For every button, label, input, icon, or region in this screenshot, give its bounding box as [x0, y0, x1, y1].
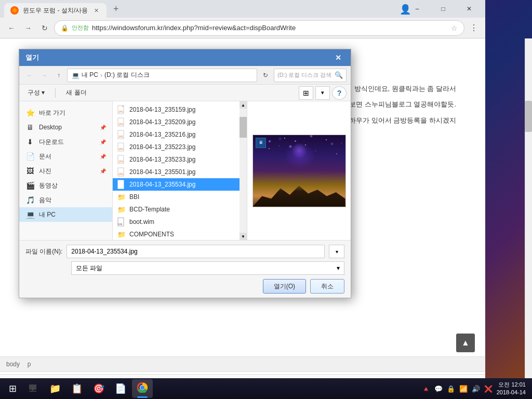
file-item[interactable]: JPG 2018-04-13_235501.jpg: [113, 166, 240, 178]
file-icon-jpg3: JPG: [117, 130, 126, 139]
toolbar-right: ⊞ ▾ ?: [299, 86, 347, 100]
reload-btn[interactable]: ↻: [37, 21, 52, 35]
minimize-btn[interactable]: –: [405, 0, 429, 18]
open-btn[interactable]: 열기(O): [263, 279, 306, 294]
sidebar-quick-access[interactable]: ⭐ 바로 가기: [19, 105, 112, 120]
mypc-icon: 💻: [25, 210, 35, 219]
sidebar-downloads-label: 다운로드: [39, 138, 64, 147]
view-details-btn[interactable]: ▾: [315, 86, 330, 100]
start-btn[interactable]: ⊞: [2, 379, 23, 398]
scroll-top-btn[interactable]: ▲: [456, 334, 475, 352]
file-name: 2018-04-13_235501.jpg: [129, 168, 195, 176]
help-btn[interactable]: ?: [332, 86, 347, 100]
security-icon[interactable]: 🔒: [446, 384, 456, 394]
file-item-bbi[interactable]: 📁 BBI: [113, 191, 240, 203]
forward-btn[interactable]: →: [21, 21, 35, 35]
organize-btn[interactable]: 구성 ▾: [23, 87, 49, 99]
open-label: 열기(O): [274, 282, 295, 291]
file-item[interactable]: JPG 2018-04-13_235209.jpg: [113, 116, 240, 128]
scrollbar-thumb[interactable]: [240, 117, 247, 138]
sidebar-music[interactable]: 🎵 음악: [19, 193, 112, 207]
editor-tag-body: body: [6, 361, 20, 368]
dialog-breadcrumb[interactable]: 💻 내 PC › (D:) 로컬 디스크: [67, 69, 257, 82]
file-item[interactable]: JPG 2018-04-13_235223.jpg: [113, 141, 240, 153]
file-item-components[interactable]: 📁 COMPONENTS: [113, 228, 240, 240]
update-icon[interactable]: ❌: [483, 384, 494, 394]
editor-toolbar: body p: [0, 356, 485, 372]
cancel-btn[interactable]: 취소: [310, 279, 344, 294]
filename-dropdown[interactable]: ▾: [329, 245, 344, 258]
antivirus-icon[interactable]: 🔺: [421, 384, 431, 394]
more-options-btn[interactable]: ⋮: [467, 21, 481, 35]
new-tab-btn[interactable]: +: [109, 2, 123, 16]
sidebar-documents[interactable]: 📄 문서 📌: [19, 149, 112, 164]
sidebar-downloads[interactable]: ⬇ 다운로드 📌: [19, 135, 112, 149]
preview-mountains: [253, 181, 345, 207]
tab-label: 윈도우 포럼 - 설치/사용: [23, 6, 88, 15]
filetype-row: 모든 파일 ▾: [25, 261, 344, 275]
file-item-bcdtemplate[interactable]: 📁 BCD-Template: [113, 203, 240, 216]
tab-close-btn[interactable]: ✕: [92, 6, 100, 15]
filetype-select[interactable]: 모든 파일 ▾: [71, 261, 344, 275]
filename-input[interactable]: [66, 245, 325, 258]
scrollbar-down-btn[interactable]: ▼: [240, 233, 247, 240]
dialog-body: ⭐ 바로 가기 🖥 Desktop 📌 ⬇ 다운로드 📌 📄 문서 📌 🖼 사진: [19, 101, 351, 240]
dialog-close-btn[interactable]: ✕: [332, 51, 344, 64]
volume-icon[interactable]: 🔊: [471, 384, 481, 394]
videos-icon: 🎬: [25, 181, 35, 190]
scrollbar-thumb[interactable]: [525, 101, 532, 132]
bookmark-icon[interactable]: ☆: [451, 24, 458, 32]
file-list-inner: JPG 2018-04-13_235159.jpg JPG 2018-04-13…: [113, 101, 240, 240]
scrollbar-up-btn[interactable]: ▲: [240, 101, 247, 109]
browser-scrollbar[interactable]: [525, 38, 532, 399]
dialog-forward-btn[interactable]: →: [38, 69, 50, 82]
file-item[interactable]: JPG 2018-04-13_235216.jpg: [113, 128, 240, 141]
browser-tab[interactable]: 🔶 윈도우 포럼 - 설치/사용 ✕: [4, 3, 107, 18]
taskbar-clock[interactable]: 오전 12:01 2018-04-14: [497, 381, 526, 397]
view-grid-btn[interactable]: ⊞: [299, 86, 313, 100]
address-bar[interactable]: 🔒 안전함 https://windowsforum.kr/index.php?…: [54, 20, 464, 36]
message-icon[interactable]: 💬: [433, 384, 444, 394]
close-btn[interactable]: ✕: [457, 0, 481, 18]
sidebar-videos[interactable]: 🎬 동영상: [19, 178, 112, 193]
filename-label: 파일 이름(N):: [25, 247, 62, 256]
taskbar-chrome[interactable]: [132, 379, 153, 398]
folder-name-bcd: BCD-Template: [129, 206, 170, 213]
dialog-refresh-btn[interactable]: ↻: [259, 69, 272, 82]
cancel-label: 취소: [321, 282, 334, 291]
file-item[interactable]: JPG 2018-04-13_235233.jpg: [113, 153, 240, 166]
svg-text:JPG: JPG: [118, 160, 124, 163]
preview-stars: [269, 140, 271, 142]
new-folder-btn[interactable]: 새 폴더: [62, 87, 90, 99]
file-item-selected[interactable]: JPG 2018-04-13_235534.jpg: [113, 178, 240, 191]
maximize-btn[interactable]: □: [431, 0, 455, 18]
dialog-title: 열기: [25, 53, 332, 62]
taskbar-app5[interactable]: 📄: [110, 379, 131, 398]
sidebar-desktop[interactable]: 🖥 Desktop 📌: [19, 120, 112, 135]
preview-image: 🖥: [252, 135, 346, 207]
file-item-bootwim[interactable]: WIM boot.wim: [113, 216, 240, 228]
file-scrollbar[interactable]: ▲ ▼: [240, 101, 247, 240]
organize-label: 구성 ▾: [28, 88, 45, 97]
taskbar-app4[interactable]: 🎯: [88, 379, 109, 398]
taskbar-notepad[interactable]: 📋: [66, 379, 87, 398]
taskbar-search[interactable]: [23, 379, 44, 398]
dialog-bottom: 파일 이름(N): ▾ 모든 파일 ▾ 열기(O) 취소: [19, 240, 351, 298]
file-name: 2018-04-13_235216.jpg: [129, 131, 195, 138]
dialog-search[interactable]: (D:) 로컬 디스크 검색 🔍: [274, 69, 347, 82]
breadcrumb-arrow-1: ›: [100, 72, 102, 79]
svg-text:JPG: JPG: [118, 185, 124, 188]
sidebar-photos[interactable]: 🖼 사진 📌: [19, 164, 112, 178]
file-item[interactable]: JPG 2018-04-13_235159.jpg: [113, 103, 240, 116]
taskbar-file-explorer[interactable]: 📁: [45, 379, 65, 398]
svg-text:JPG: JPG: [118, 148, 124, 151]
file-name: 2018-04-13_235209.jpg: [129, 118, 195, 126]
back-btn[interactable]: ←: [4, 21, 19, 35]
dialog-back-btn[interactable]: ←: [23, 69, 36, 82]
dialog-up-btn[interactable]: ↑: [52, 69, 65, 82]
file-name-selected: 2018-04-13_235534.jpg: [129, 181, 195, 188]
network-icon[interactable]: 📶: [458, 384, 469, 394]
preview-desktop-icon: 🖥: [256, 138, 266, 148]
sidebar-mypc[interactable]: 💻 내 PC: [19, 207, 112, 222]
sidebar-photos-label: 사진: [39, 167, 51, 176]
